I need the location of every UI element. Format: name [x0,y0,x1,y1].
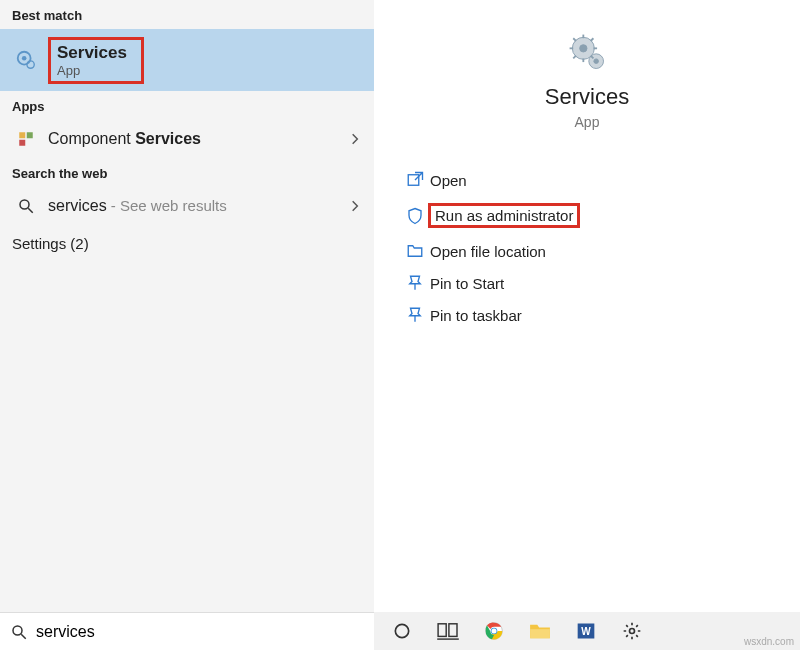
svg-point-6 [20,200,29,209]
svg-point-23 [395,624,408,637]
best-match-result[interactable]: Services App [0,29,374,91]
svg-point-29 [492,629,497,634]
services-gear-icon [12,49,40,71]
web-search-result[interactable]: services - See web results [0,187,374,225]
preview-panel: Services App Open Run as administrator [374,0,800,612]
action-open[interactable]: Open [394,164,780,196]
svg-point-9 [580,45,587,52]
component-services-icon [12,130,40,148]
cortana-icon[interactable] [390,619,414,643]
svg-rect-24 [438,624,446,637]
task-view-icon[interactable] [436,619,460,643]
settings-gear-icon[interactable] [620,619,644,643]
svg-text:W: W [581,626,591,637]
action-pin-to-start[interactable]: Pin to Start [394,267,780,299]
search-input-bar[interactable] [0,612,374,650]
open-icon [400,171,430,189]
chevron-right-icon [348,199,362,213]
svg-point-2 [27,61,34,68]
pin-icon [400,274,430,292]
settings-results-heading[interactable]: Settings (2) [0,225,374,262]
app-result-label: Component Services [48,130,348,148]
search-web-heading: Search the web [0,158,374,187]
apps-heading: Apps [0,91,374,120]
taskbar: W [374,612,800,650]
app-result-component-services[interactable]: Component Services [0,120,374,158]
preview-subtitle: App [384,114,790,130]
word-icon[interactable]: W [574,619,598,643]
svg-line-7 [28,208,33,213]
best-match-title: Services [57,43,127,63]
file-explorer-icon[interactable] [528,619,552,643]
action-label: Open file location [430,243,546,260]
best-match-highlight-box: Services App [48,37,144,84]
svg-rect-3 [19,132,25,138]
svg-rect-4 [27,132,33,138]
action-label: Run as administrator [428,203,580,228]
chevron-right-icon [348,132,362,146]
search-icon [12,197,40,215]
search-input[interactable] [36,623,364,641]
svg-rect-5 [19,140,25,146]
chrome-icon[interactable] [482,619,506,643]
action-open-file-location[interactable]: Open file location [394,235,780,267]
svg-point-1 [22,56,27,61]
svg-point-33 [630,629,635,634]
action-label: Pin to taskbar [430,307,522,324]
actions-list: Open Run as administrator Open file loca… [374,144,800,331]
action-label: Open [430,172,467,189]
watermark: wsxdn.com [744,636,794,647]
action-run-as-administrator[interactable]: Run as administrator [394,196,780,235]
svg-rect-30 [530,629,550,638]
svg-line-19 [591,38,594,41]
preview-title: Services [384,84,790,110]
pin-icon [400,306,430,324]
svg-rect-25 [449,624,457,637]
web-result-label: services - See web results [48,197,348,215]
best-match-heading: Best match [0,0,374,29]
svg-point-11 [594,59,599,64]
action-label: Pin to Start [430,275,504,292]
services-gear-icon [565,30,609,74]
folder-icon [400,242,430,260]
action-pin-to-taskbar[interactable]: Pin to taskbar [394,299,780,331]
svg-line-22 [21,634,26,639]
svg-point-21 [13,626,22,635]
search-results-panel: Best match Services App Apps Component S… [0,0,374,612]
svg-rect-20 [408,175,419,186]
svg-line-18 [573,56,576,59]
shield-icon [400,207,430,225]
search-icon [10,623,28,641]
best-match-subtitle: App [57,63,127,78]
svg-line-16 [573,38,576,41]
